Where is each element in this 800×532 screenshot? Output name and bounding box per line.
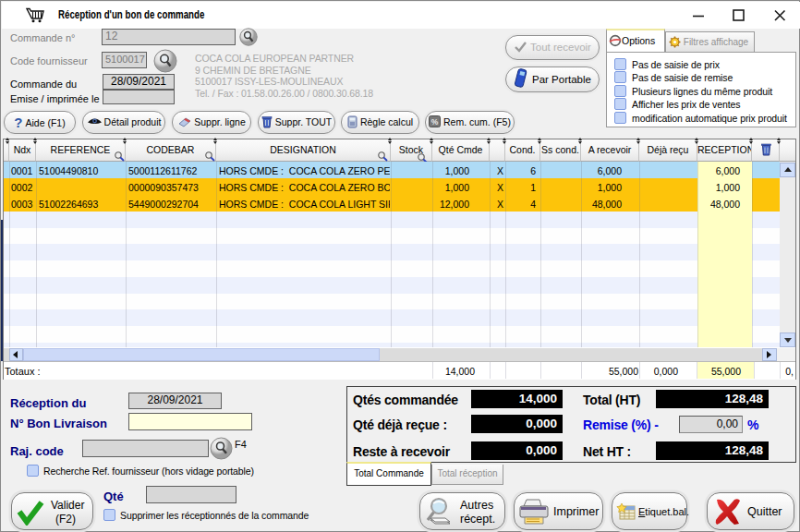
svg-text:%: %	[431, 117, 439, 127]
